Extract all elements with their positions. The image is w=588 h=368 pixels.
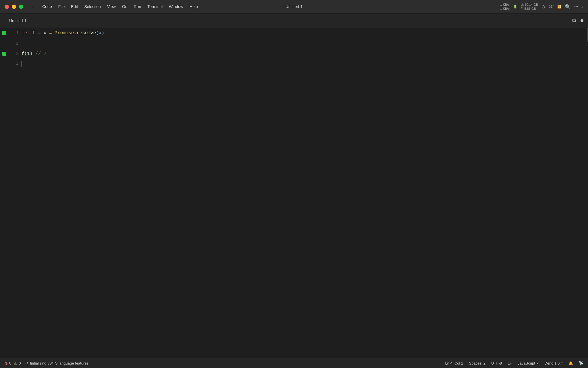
battery-icon: 🔋 [513,5,517,9]
menu-item-go[interactable]: Go [119,3,130,10]
initializing-text: Initializing JS/TS language features [30,361,88,365]
network-download: 1 KB/s [500,7,509,11]
cursor-position[interactable]: Ln 4, Col 1 [445,361,463,365]
menu-item-window[interactable]: Window [166,3,186,10]
line-3-indicator [0,49,9,59]
menu-item-view[interactable]: View [104,3,119,10]
menu-bar:  Code File Edit Selection View Go Run T… [29,3,500,11]
arrow-symbol: ⇒ [49,30,52,36]
line-number-3: 3 [9,49,22,59]
space-2 [52,30,55,36]
paren-open-1: ( [96,30,99,36]
line-2-indicator [0,38,9,49]
scrollbar-thumb[interactable] [587,28,588,42]
file-encoding[interactable]: UTF-8 [491,361,502,365]
warn-number: 0 [19,361,21,365]
list-icon: ≡ [581,5,583,9]
menu-item-run[interactable]: Run [131,3,144,10]
status-bar: ⊗ 0 ⚠ 0 ↺ Initializing JS/TS language fe… [0,358,588,368]
code-line-2 [22,38,586,49]
warn-icon: ⚠ [14,361,17,365]
language-label: JavaScript [518,361,535,365]
storage-info: U: 10.14 GB F: 5.86 GB [521,3,538,11]
storage-free: F: 5.86 GB [521,7,538,11]
menu-item-edit[interactable]: Edit [68,3,81,10]
paren-open-2: ( [24,51,27,56]
param-x: x [99,30,102,36]
menu-item-code[interactable]: Code [39,3,55,10]
network-upload: 1 KB/s [500,3,509,7]
title-bar-right: 1 KB/s 1 KB/s 🔋 U: 10.14 GB F: 5.86 GB ⊖… [500,3,583,11]
paren-close-2: ) [30,51,33,56]
title-bar:  Code File Edit Selection View Go Run T… [0,0,588,14]
line-1-indicator [0,28,9,38]
code-line-4 [22,59,586,69]
tab-actions: ⧉ [572,18,583,24]
traffic-lights [5,5,23,9]
code-column[interactable]: let f = x ⇒ Promise . resolve ( x ) f ( … [22,28,586,358]
split-editor-icon[interactable]: ⧉ [572,18,576,24]
minimize-button[interactable] [12,5,16,9]
line-ending[interactable]: LF [508,361,512,365]
indentation[interactable]: Spaces: 2 [469,361,486,365]
error-number: 0 [9,361,11,365]
resolve-method: resolve [77,30,96,36]
space-1: f = x [30,30,49,36]
close-language-icon[interactable]: × [537,361,539,365]
menu-item-selection[interactable]: Selection [81,3,104,10]
text-cursor [22,61,22,67]
sync-icon: ↺ [25,361,28,365]
line-indicator-column [0,28,9,358]
line-1-green [2,31,6,35]
notification-icon: ⊖ [541,4,545,9]
comment-text: // ? [32,51,46,56]
status-left: ⊗ 0 ⚠ 0 ↺ Initializing JS/TS language fe… [5,361,88,365]
arg-1: 1 [27,51,30,56]
initializing-status: ↺ Initializing JS/TS language features [25,361,88,365]
line-number-2: 2 [9,38,22,49]
line-number-column: 1 2 3 4 [9,28,22,358]
promise-name: Promise [55,30,74,36]
error-icon: ⊗ [5,361,8,365]
tab-bar: Untitled-1 ⧉ [0,14,588,28]
code-line-3: f ( 1 ) // ? [22,49,586,59]
vertical-scrollbar[interactable] [586,28,588,358]
dot-1: . [74,30,77,36]
menu-item-help[interactable]: Help [187,3,201,10]
network-io: 1 KB/s 1 KB/s [500,3,509,11]
apple-menu-item[interactable]:  [29,3,36,11]
line-number-1: 1 [9,28,22,38]
editor-wrapper: 1 2 3 4 let f = x ⇒ Promise . resolve ( … [0,28,588,358]
storage-used: U: 10.14 GB [521,3,538,7]
editor-tab[interactable]: Untitled-1 [5,16,31,25]
close-button[interactable] [5,5,9,9]
more-icon: ••• [574,5,578,9]
keyword-let: let [22,30,30,36]
menu-item-file[interactable]: File [55,3,68,10]
fn-call-f: f [22,51,24,56]
line-4-indicator [0,59,9,69]
code-line-1: let f = x ⇒ Promise . resolve ( x ) [22,28,586,38]
temperature: 51° [549,5,554,9]
window-title: Untitled-1 [285,4,303,9]
menu-item-terminal[interactable]: Terminal [144,3,165,10]
wifi-icon: 📶 [557,5,562,9]
search-icon: 🔍 [565,4,571,9]
notifications-icon[interactable]: 🔔 [568,361,573,365]
paren-close-1: ) [102,30,105,36]
broadcast-icon[interactable]: 📡 [579,361,583,365]
language-mode[interactable]: JavaScript × [518,361,539,365]
line-3-green [2,52,6,56]
line-number-4: 4 [9,59,22,69]
status-right: Ln 4, Col 1 Spaces: 2 UTF-8 LF JavaScrip… [445,361,583,365]
maximize-button[interactable] [19,5,23,9]
error-count[interactable]: ⊗ 0 ⚠ 0 [5,361,21,365]
unsaved-indicator [581,19,583,22]
editor-area: 1 2 3 4 let f = x ⇒ Promise . resolve ( … [0,28,588,358]
runtime-info[interactable]: Deno 1.0.4 [544,361,563,365]
